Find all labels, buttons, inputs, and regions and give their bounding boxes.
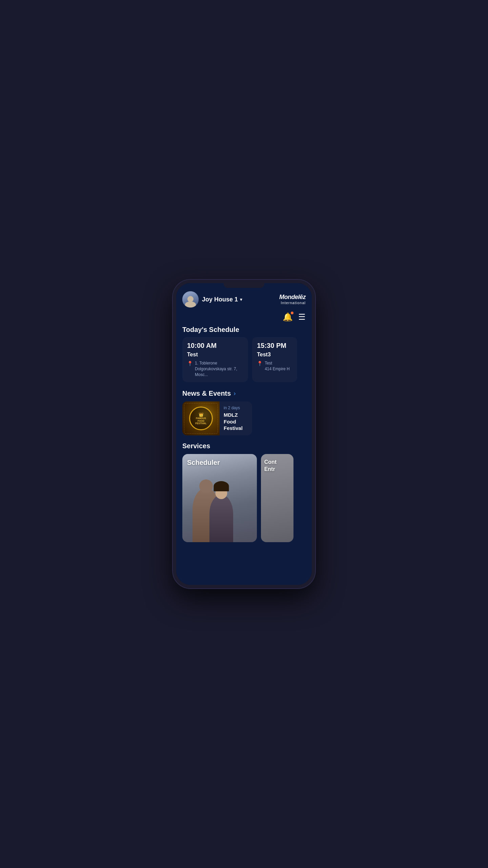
news-event-image-1: 👑 FAMOUSFOODFESTIVAL [182,401,220,435]
person-hair [214,481,229,491]
schedule-location-2: 📍 Test 414 Empire H [257,360,292,372]
person-silhouette-2 [209,495,233,542]
news-content-1: in 2 days MDLZ Food Festival [220,402,252,435]
contractor-label: ContEntr [264,459,277,473]
festival-crown-icon: 👑 [199,412,204,417]
phone-frame: Joy House 1 ▾ Mondelēz International 🔔 ☰… [173,280,315,588]
location-pin-icon-1: 📍 [187,361,193,366]
chevron-down-icon: ▾ [240,297,242,302]
header-left: Joy House 1 ▾ [182,291,242,308]
news-card-1[interactable]: 👑 FAMOUSFOODFESTIVAL in 2 days MDLZ Food… [182,401,252,435]
bottom-fade [176,565,312,585]
service-card-scheduler[interactable]: Scheduler [182,454,257,542]
news-event-title-1: MDLZ Food Festival [224,412,248,432]
schedule-event-1: Test [187,352,243,358]
schedule-location-addr-1: Dolgorukovskaya str. 7, Mosc... [195,366,243,378]
schedule-scroll: 10:00 AM Test 📍 1. Toblerone Dolgorukovs… [176,337,312,387]
notification-bell-icon[interactable]: 🔔 [283,312,293,322]
location-name: Joy House 1 [202,296,238,303]
services-section-title: Services [182,442,306,450]
schedule-location-text-1: 1. Toblerone Dolgorukovskaya str. 7, Mos… [195,360,243,377]
news-timing-1: in 2 days [224,406,248,410]
news-section-title: News & Events [182,390,231,397]
services-scroll: Scheduler ContEntr [182,454,306,542]
schedule-location-1: 📍 1. Toblerone Dolgorukovskaya str. 7, M… [187,360,243,377]
news-header[interactable]: News & Events › [182,390,306,397]
location-selector[interactable]: Joy House 1 ▾ [202,296,242,303]
schedule-location-name-2: Test [265,360,289,366]
scheduler-label: Scheduler [187,459,220,467]
schedule-time-2: 15:30 PM [257,342,292,350]
service-card-contractor[interactable]: ContEntr [261,454,293,542]
schedule-time-1: 10:00 AM [187,342,243,350]
schedule-card-2[interactable]: 15:30 PM Test3 📍 Test 414 Empire H [252,337,297,382]
news-section: News & Events › 👑 FAMOUSFOODFESTIVAL in … [176,387,312,439]
schedule-location-text-2: Test 414 Empire H [265,360,289,372]
festival-badge: 👑 FAMOUSFOODFESTIVAL [189,407,213,430]
services-section: Services Scheduler [176,439,312,546]
schedule-section-header: Today's Schedule [176,324,312,337]
screen: Joy House 1 ▾ Mondelēz International 🔔 ☰… [176,283,312,585]
festival-badge-text: FAMOUSFOODFESTIVAL [195,417,206,425]
news-image-inner: 👑 FAMOUSFOODFESTIVAL [182,401,220,435]
mondelez-logo: Mondelēz International [279,294,306,305]
schedule-event-2: Test3 [257,352,292,358]
news-arrow-icon: › [233,390,236,397]
logo-brand-sub: International [281,301,306,305]
nav-row: 🔔 ☰ [176,311,312,324]
schedule-location-addr-2: 414 Empire H [265,366,289,372]
scheduler-background [182,454,257,542]
schedule-section-title: Today's Schedule [182,326,239,334]
schedule-location-name-1: 1. Toblerone [195,360,243,366]
avatar[interactable] [182,291,199,308]
avatar-image [182,291,199,308]
schedule-card-1[interactable]: 10:00 AM Test 📍 1. Toblerone Dolgorukovs… [182,337,248,382]
logo-brand-name: Mondelēz [279,294,306,301]
phone-notch [224,283,264,288]
people-illustration [182,480,257,542]
hamburger-menu-icon[interactable]: ☰ [298,312,306,322]
location-pin-icon-2: 📍 [257,361,263,366]
